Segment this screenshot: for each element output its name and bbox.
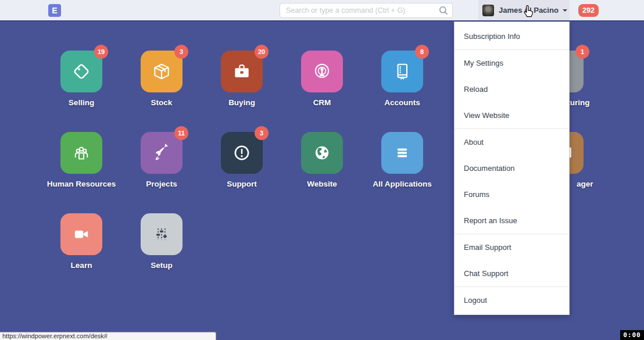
briefcase-icon: [232, 62, 252, 81]
box-icon: [152, 62, 171, 81]
module-selling[interactable]: 19 Selling: [60, 51, 102, 92]
buying-tile[interactable]: 20: [221, 51, 263, 92]
menu-item-chat-support[interactable]: Chat Support: [455, 260, 569, 287]
module-projects[interactable]: 11 Projects: [141, 132, 183, 174]
module-setup[interactable]: Setup: [141, 213, 183, 255]
menu-icon: [392, 143, 412, 163]
module-support[interactable]: 3 Support: [221, 132, 263, 174]
module-learn[interactable]: Learn: [60, 213, 102, 255]
module-crm[interactable]: CRM: [301, 51, 343, 92]
book-icon: [392, 62, 412, 81]
user-avatar: [482, 5, 494, 16]
selling-tile[interactable]: 19: [60, 51, 102, 92]
learn-label: Learn: [71, 261, 92, 270]
video-camera-icon: [71, 224, 91, 244]
buying-label: Buying: [228, 98, 255, 107]
stock-label: Stock: [151, 98, 173, 107]
stock-badge: 3: [174, 45, 188, 59]
accounts-label: Accounts: [384, 98, 420, 107]
rocket-icon: [152, 143, 171, 163]
user-menu-button[interactable]: James Al Pacino: [478, 0, 570, 20]
erpnext-desk: { "navbar": { "logo_text": "E", "search"…: [0, 0, 644, 340]
setup-label: Setup: [151, 261, 173, 270]
navbar: E James Al Pacino 292: [0, 0, 644, 22]
stock-tile[interactable]: 3: [141, 51, 183, 92]
projects-badge: 11: [174, 126, 188, 140]
website-label: Website: [307, 180, 337, 188]
globe-icon: [312, 143, 332, 163]
user-name: James Al Pacino: [499, 6, 559, 15]
menu-item-documentation[interactable]: Documentation: [455, 155, 569, 181]
learn-tile[interactable]: [60, 213, 102, 255]
accounts-tile[interactable]: 8: [381, 51, 423, 92]
menu-item-reload[interactable]: Reload: [455, 76, 569, 102]
module-website[interactable]: Website: [301, 132, 343, 174]
search-input[interactable]: [280, 3, 453, 18]
human-resources-tile[interactable]: [60, 132, 102, 174]
projects-label: Projects: [146, 180, 177, 188]
alert-circle-icon: [232, 143, 252, 163]
podcast-icon: [312, 62, 332, 81]
module-all-applications[interactable]: All Applications: [381, 132, 423, 174]
crm-label: CRM: [313, 98, 331, 107]
partial-ager-label: ager: [577, 180, 593, 188]
menu-item-about[interactable]: About: [455, 129, 569, 155]
module-human-resources[interactable]: Human Resources: [60, 132, 102, 174]
support-tile[interactable]: 3: [221, 132, 263, 174]
all-applications-label: All Applications: [373, 180, 432, 188]
website-tile[interactable]: [301, 132, 343, 174]
menu-item-logout[interactable]: Logout: [455, 287, 569, 313]
support-label: Support: [227, 180, 257, 188]
setup-tile[interactable]: [141, 213, 183, 255]
people-icon: [71, 143, 91, 163]
menu-item-forums[interactable]: Forums: [455, 181, 569, 207]
module-accounts[interactable]: 8 Accounts: [381, 51, 423, 92]
global-search: [280, 3, 453, 18]
human-resources-label: Human Resources: [47, 180, 116, 188]
projects-tile[interactable]: 11: [141, 132, 183, 174]
menu-item-email-support[interactable]: Email Support: [455, 234, 569, 260]
status-url: https://windpower.erpnext.com/desk#: [0, 332, 216, 340]
notification-count-badge[interactable]: 292: [578, 4, 599, 17]
menu-item-subscription-info[interactable]: Subscription Info: [455, 23, 569, 49]
sliders-icon: [152, 224, 171, 244]
module-buying[interactable]: 20 Buying: [221, 51, 263, 92]
menu-item-view-website[interactable]: View Website: [455, 102, 569, 128]
menu-item-my-settings[interactable]: My Settings: [455, 50, 569, 76]
selling-badge: 19: [94, 45, 108, 59]
menu-item-report-an-issue[interactable]: Report an Issue: [455, 207, 569, 234]
tag-icon: [71, 62, 91, 81]
manufacturing-badge: 1: [575, 45, 589, 59]
chevron-down-icon: [563, 9, 567, 12]
search-icon[interactable]: [439, 6, 448, 15]
accounts-badge: 8: [415, 45, 429, 59]
user-dropdown-menu: Subscription Info My Settings Reload Vie…: [454, 22, 570, 315]
selling-label: Selling: [69, 98, 94, 107]
support-badge: 3: [255, 126, 269, 140]
recording-timer: 0:00: [620, 330, 644, 340]
buying-badge: 20: [255, 45, 269, 59]
app-logo[interactable]: E: [48, 4, 61, 17]
module-stock[interactable]: 3 Stock: [141, 51, 183, 92]
crm-tile[interactable]: [301, 51, 343, 92]
all-applications-tile[interactable]: [381, 132, 423, 174]
